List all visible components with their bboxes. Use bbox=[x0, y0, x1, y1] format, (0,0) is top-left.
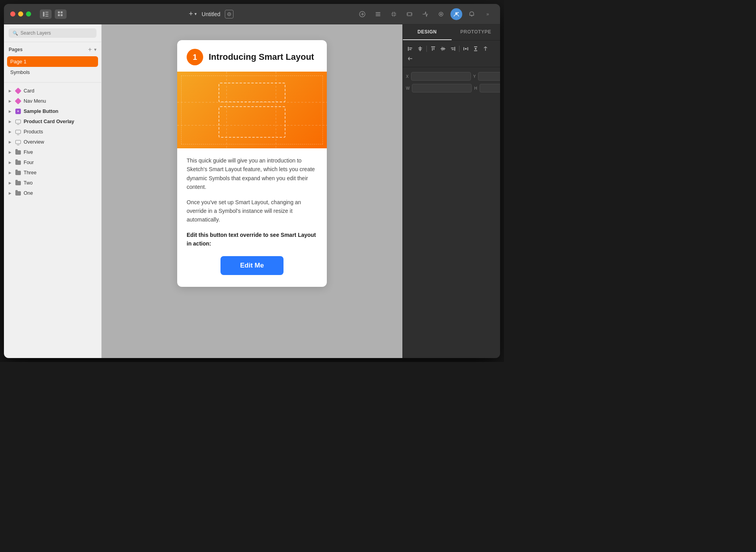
expand-pages-icon[interactable]: ▾ bbox=[94, 47, 96, 52]
pages-section: Pages + ▾ bbox=[4, 42, 101, 56]
page1-label: Page 1 bbox=[10, 59, 26, 65]
svg-rect-16 bbox=[440, 13, 442, 15]
zoom-icon[interactable] bbox=[419, 9, 432, 20]
svg-rect-3 bbox=[45, 16, 48, 17]
svg-rect-2 bbox=[45, 14, 48, 15]
x-field-label: X bbox=[406, 74, 409, 79]
svg-rect-34 bbox=[443, 47, 444, 50]
resize-icon[interactable] bbox=[403, 9, 416, 20]
card-title: Introducing Smart Layout bbox=[209, 52, 314, 62]
layer-item-products[interactable]: ▶ Products bbox=[4, 127, 101, 137]
layer-item-three[interactable]: ▶ Three bbox=[4, 168, 101, 178]
x-field-input[interactable] bbox=[411, 72, 471, 81]
notifications-icon[interactable] bbox=[465, 9, 478, 20]
more-icon[interactable]: » bbox=[481, 9, 494, 20]
svg-rect-35 bbox=[454, 47, 455, 51]
layer-icon-four bbox=[15, 159, 21, 166]
svg-rect-33 bbox=[442, 47, 443, 51]
layer-icon-products bbox=[15, 129, 21, 135]
svg-rect-27 bbox=[418, 48, 422, 48]
tab-design[interactable]: DESIGN bbox=[403, 24, 452, 40]
main-content: 🔍 Pages + ▾ Page 1 Symbols bbox=[4, 24, 500, 358]
search-input[interactable] bbox=[20, 30, 93, 36]
sidebar-toggle-icon[interactable] bbox=[40, 9, 52, 19]
layer-item-five[interactable]: ▶ Five bbox=[4, 147, 101, 157]
w-field-label: W bbox=[406, 86, 410, 90]
add-button[interactable]: + ▾ bbox=[189, 10, 197, 18]
fullscreen-button[interactable] bbox=[26, 11, 31, 17]
align-center-h-icon[interactable] bbox=[416, 44, 424, 53]
card-image bbox=[177, 72, 327, 148]
flip-v-icon[interactable] bbox=[406, 54, 415, 63]
align-middle-v-icon[interactable] bbox=[439, 44, 447, 53]
pages-controls: + ▾ bbox=[88, 46, 96, 53]
panel-fields: X Y ° W H bbox=[403, 67, 500, 100]
layer-item-four[interactable]: ▶ Four bbox=[4, 157, 101, 168]
layer-item-product-card-overlay[interactable]: ▶ Product Card Overlay bbox=[4, 116, 101, 127]
svg-rect-43 bbox=[475, 48, 476, 50]
layer-name-two: Two bbox=[24, 180, 98, 186]
y-field-input[interactable] bbox=[478, 72, 500, 81]
close-button[interactable] bbox=[10, 11, 15, 17]
align-top-icon[interactable] bbox=[429, 44, 437, 53]
step-badge: 1 bbox=[187, 49, 203, 65]
document-settings-icon[interactable] bbox=[225, 10, 233, 18]
minimize-button[interactable] bbox=[18, 11, 23, 17]
canvas-area[interactable]: 1 Introducing Smart Layout bbox=[102, 24, 402, 358]
search-bar: 🔍 bbox=[4, 24, 101, 42]
svg-rect-5 bbox=[61, 11, 63, 13]
avatar-button[interactable] bbox=[450, 8, 462, 20]
distribute-v-icon[interactable] bbox=[471, 44, 480, 53]
layer-name-products: Products bbox=[24, 129, 98, 135]
panel-toolbar bbox=[403, 41, 500, 67]
component-icon[interactable] bbox=[435, 9, 447, 20]
svg-rect-41 bbox=[474, 46, 477, 47]
svg-rect-11 bbox=[376, 12, 380, 13]
chevron-icon: ▶ bbox=[9, 120, 13, 124]
share-icon[interactable] bbox=[356, 9, 369, 20]
grid-view-icon[interactable] bbox=[387, 9, 400, 20]
layer-item-sample-button[interactable]: ▶ + Sample Button bbox=[4, 106, 101, 116]
align-right-icon[interactable] bbox=[448, 44, 457, 53]
svg-rect-7 bbox=[61, 14, 63, 16]
edit-me-button[interactable]: Edit Me bbox=[220, 256, 284, 275]
divider bbox=[4, 82, 101, 83]
add-page-icon[interactable]: + bbox=[88, 46, 92, 53]
svg-rect-1 bbox=[45, 12, 48, 13]
layer-item-overview[interactable]: ▶ Overview bbox=[4, 137, 101, 147]
h-field-input[interactable] bbox=[480, 84, 500, 92]
grid-toggle-icon[interactable] bbox=[55, 9, 67, 19]
tab-prototype[interactable]: PROTOTYPE bbox=[452, 24, 500, 40]
svg-rect-42 bbox=[474, 50, 477, 51]
field-row-wh: W H bbox=[406, 84, 497, 92]
layer-name-four: Four bbox=[24, 160, 98, 165]
placeholder-box-top bbox=[219, 83, 285, 102]
card-cta-text: Edit this button text override to see Sm… bbox=[187, 231, 317, 248]
layer-name-one: One bbox=[24, 190, 98, 196]
page-item-symbols[interactable]: Symbols bbox=[7, 67, 98, 78]
layer-icon-card bbox=[15, 88, 21, 94]
flip-h-icon[interactable] bbox=[481, 44, 490, 53]
card-header: 1 Introducing Smart Layout bbox=[177, 40, 327, 72]
layer-item-one[interactable]: ▶ One bbox=[4, 188, 101, 198]
distribute-h-icon[interactable] bbox=[461, 44, 470, 53]
svg-rect-30 bbox=[432, 48, 433, 51]
layer-item-two[interactable]: ▶ Two bbox=[4, 178, 101, 188]
layer-item-card[interactable]: ▶ Card bbox=[4, 86, 101, 96]
svg-rect-32 bbox=[441, 48, 445, 49]
svg-rect-12 bbox=[376, 14, 380, 15]
layer-item-nav-menu[interactable]: ▶ Nav Menu bbox=[4, 96, 101, 106]
page-item-page1[interactable]: Page 1 bbox=[7, 56, 98, 67]
svg-rect-26 bbox=[420, 46, 421, 51]
w-field-input[interactable] bbox=[412, 84, 472, 92]
chevron-icon: ▶ bbox=[9, 161, 13, 164]
svg-rect-0 bbox=[43, 12, 44, 17]
placeholder-box-bottom bbox=[219, 106, 285, 138]
layers-icon[interactable] bbox=[372, 9, 384, 20]
search-input-wrap[interactable]: 🔍 bbox=[9, 28, 96, 38]
panel-tabs: DESIGN PROTOTYPE bbox=[403, 24, 500, 41]
view-icons bbox=[40, 9, 67, 19]
align-left-icon[interactable] bbox=[406, 44, 415, 53]
field-row-xy: X Y ° bbox=[406, 72, 497, 81]
svg-point-8 bbox=[228, 13, 231, 16]
